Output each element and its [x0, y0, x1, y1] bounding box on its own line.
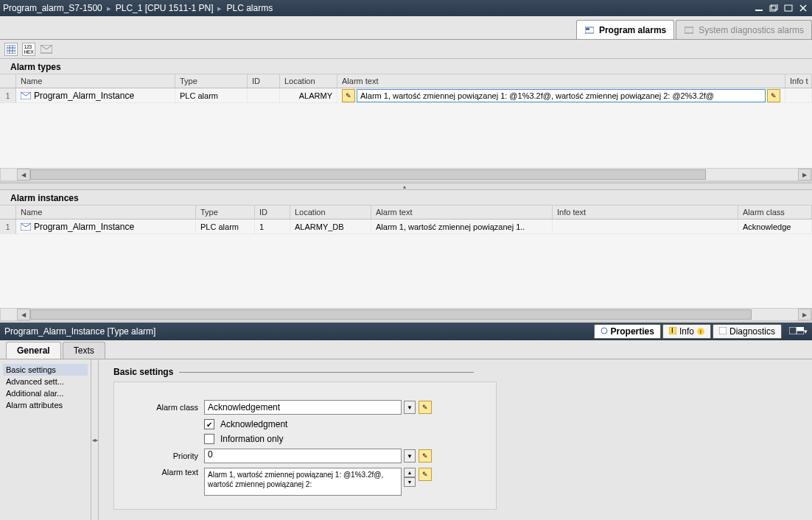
- scroll-track[interactable]: [30, 309, 798, 320]
- scroll-left-icon[interactable]: ◀: [17, 309, 30, 320]
- col-id[interactable]: ID: [255, 205, 290, 219]
- alarm-text-input[interactable]: [357, 89, 766, 102]
- horizontal-scrollbar[interactable]: ◀ ▶: [0, 308, 812, 321]
- diagnostics-icon: [684, 25, 694, 35]
- grid-body: 1 Program_Alarm_Instance PLC alarm 1 ALA…: [0, 219, 812, 308]
- table-row[interactable]: 1 Program_Alarm_Instance PLC alarm ALARM…: [0, 88, 812, 103]
- chevron-right-icon: ▸: [217, 4, 222, 13]
- close-icon[interactable]: [797, 3, 809, 13]
- alarm-text-textarea[interactable]: Alarm 1, wartość zmiennej powiązanej 1: …: [204, 468, 402, 496]
- toolbar-table-icon[interactable]: [4, 43, 18, 56]
- col-type[interactable]: Type: [196, 205, 255, 219]
- tab-program-alarms[interactable]: Program alarms: [576, 20, 674, 39]
- col-location[interactable]: Location: [290, 205, 371, 219]
- svg-rect-8: [685, 27, 693, 33]
- acknowledgment-checkbox[interactable]: ✔: [204, 419, 214, 429]
- dropdown-icon[interactable]: ▼: [404, 449, 416, 463]
- inspector-layout-icon[interactable]: [789, 326, 797, 337]
- col-id[interactable]: ID: [248, 74, 280, 88]
- breadcrumb-item[interactable]: Program_alarm_S7-1500: [3, 3, 102, 13]
- inspector-layout-icon[interactable]: [797, 326, 804, 337]
- toolbar-mail-icon[interactable]: [40, 43, 53, 56]
- breadcrumb: Program_alarm_S7-1500 ▸ PLC_1 [CPU 1511-…: [3, 3, 753, 13]
- edit-link-icon[interactable]: ✎: [419, 401, 432, 414]
- side-nav: Basic settings Advanced sett... Addition…: [0, 359, 91, 520]
- sidebar-item-additional[interactable]: Additional alar...: [3, 387, 88, 399]
- col-infotext[interactable]: Info t: [785, 74, 812, 88]
- cell-type: PLC alarm: [175, 88, 248, 103]
- checkbox-label: Acknowledgment: [220, 419, 287, 429]
- tab-label: General: [17, 345, 50, 356]
- edit-link-icon[interactable]: ✎: [419, 449, 432, 463]
- priority-input[interactable]: 0: [204, 449, 402, 463]
- cell-id: [248, 88, 280, 103]
- cell-name: Program_Alarm_Instance: [34, 219, 134, 234]
- envelope-icon: [21, 223, 31, 231]
- tab-diagnostics[interactable]: Diagnostics: [713, 324, 782, 339]
- tab-label: Program alarms: [599, 25, 666, 35]
- bottom-tabstrip: General Texts: [0, 340, 812, 359]
- svg-rect-2: [771, 4, 777, 10]
- tab-info[interactable]: i Info !: [662, 324, 711, 339]
- breadcrumb-item[interactable]: PLC alarms: [226, 3, 273, 13]
- table-row[interactable]: 1 Program_Alarm_Instance PLC alarm 1 ALA…: [0, 219, 812, 234]
- scroll-right-icon[interactable]: ▶: [798, 309, 811, 320]
- col-name[interactable]: Name: [16, 74, 175, 88]
- svg-text:i: i: [671, 327, 673, 334]
- properties-icon: [601, 326, 608, 337]
- svg-rect-1: [770, 6, 776, 11]
- col-location[interactable]: Location: [280, 74, 337, 88]
- col-name[interactable]: Name: [16, 205, 196, 219]
- cell-location: ALARMY_DB: [290, 219, 371, 234]
- form-panel: Alarm class Acknowledgement ▼ ✎ ✔ Acknow…: [113, 382, 497, 510]
- vertical-splitter[interactable]: ◂▸: [91, 359, 99, 520]
- sidebar-item-basic[interactable]: Basic settings: [3, 364, 88, 376]
- alarm-instances-pane: Alarm instances Name Type ID Location Al…: [0, 190, 812, 323]
- tab-properties[interactable]: Properties: [594, 324, 661, 339]
- scroll-right-icon[interactable]: ▶: [798, 169, 811, 180]
- inspector-header: Program_Alarm_Instance [Type alarm] Prop…: [0, 323, 812, 340]
- form-area: Basic settings Alarm class Acknowledgeme…: [99, 359, 812, 520]
- splitter-handle[interactable]: [0, 183, 812, 190]
- svg-point-17: [601, 328, 607, 334]
- dropdown-icon[interactable]: ▼: [404, 401, 416, 414]
- scroll-track[interactable]: [30, 169, 798, 180]
- breadcrumb-item[interactable]: PLC_1 [CPU 1511-1 PN]: [116, 3, 214, 13]
- sidebar-item-advanced[interactable]: Advanced sett...: [3, 376, 88, 387]
- sidebar-item-attributes[interactable]: Alarm attributes: [3, 399, 88, 411]
- col-type[interactable]: Type: [175, 74, 248, 88]
- grid-header: Name Type ID Location Alarm text Info t: [0, 74, 812, 88]
- col-alarmtext[interactable]: Alarm text: [371, 205, 553, 219]
- diagnostics-icon: [719, 326, 727, 337]
- col-infotext[interactable]: Info text: [553, 205, 738, 219]
- information-only-checkbox[interactable]: [204, 434, 214, 444]
- spin-up-icon[interactable]: ▲: [404, 468, 416, 477]
- grid-body: 1 Program_Alarm_Instance PLC alarm ALARM…: [0, 88, 812, 168]
- restore-icon[interactable]: [768, 3, 780, 13]
- tab-general[interactable]: General: [6, 342, 61, 359]
- rownum-header: [0, 74, 16, 88]
- horizontal-scrollbar[interactable]: ◀ ▶: [0, 168, 812, 181]
- program-alarm-icon: [584, 25, 595, 35]
- tab-system-diagnostics[interactable]: System diagnostics alarms: [676, 20, 812, 39]
- minimize-icon[interactable]: [753, 3, 765, 13]
- cell-type: PLC alarm: [196, 219, 255, 234]
- label-alarm-class: Alarm class: [127, 403, 198, 412]
- svg-rect-7: [586, 28, 589, 30]
- cell-alarmclass: Acknowledge: [738, 219, 812, 234]
- tab-label: Diagnostics: [729, 326, 775, 337]
- alarm-class-select[interactable]: Acknowledgement: [204, 400, 402, 415]
- scroll-left-icon[interactable]: ◀: [17, 169, 30, 180]
- col-alarmclass[interactable]: Alarm class: [738, 205, 812, 219]
- tab-texts[interactable]: Texts: [63, 342, 105, 359]
- chevron-down-icon[interactable]: ▾: [804, 328, 808, 335]
- edit-link-icon[interactable]: ✎: [767, 89, 780, 102]
- toolbar-hex-icon[interactable]: 123HEX: [22, 43, 35, 56]
- maximize-icon[interactable]: [783, 3, 794, 13]
- spin-down-icon[interactable]: ▼: [404, 477, 416, 487]
- edit-link-icon[interactable]: ✎: [419, 468, 432, 481]
- label-alarm-text: Alarm text: [127, 468, 198, 477]
- cell-infotext: [553, 219, 738, 234]
- col-alarmtext[interactable]: Alarm text: [337, 74, 785, 88]
- edit-link-icon[interactable]: ✎: [342, 89, 355, 102]
